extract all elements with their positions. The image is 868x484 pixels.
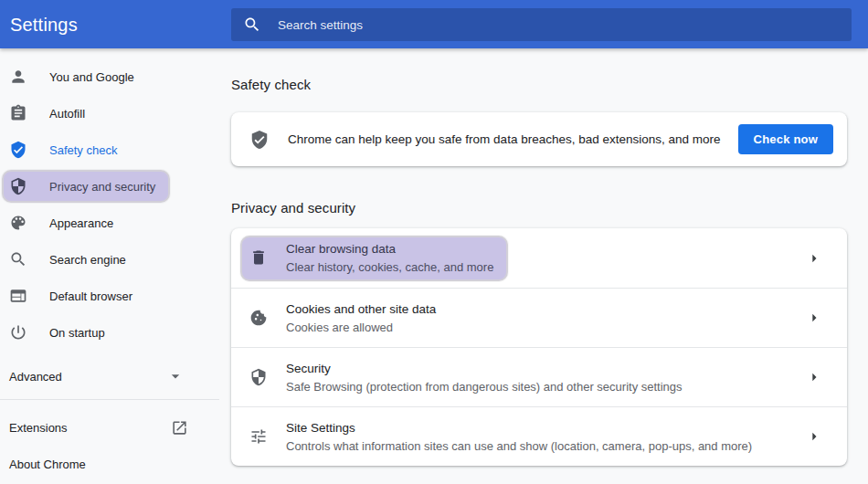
privacy-shield-icon — [9, 177, 27, 195]
external-link-icon — [171, 419, 188, 437]
page-title: Settings — [10, 14, 78, 35]
tune-sliders-icon — [249, 427, 268, 446]
sidebar-item-on-startup[interactable]: On startup — [0, 314, 219, 351]
privacy-card: Clear browsing data Clear history, cooki… — [231, 228, 847, 466]
sidebar-item-search-engine[interactable]: Search engine — [0, 241, 219, 278]
shield-icon — [249, 368, 268, 386]
extensions-label: Extensions — [9, 421, 68, 435]
trash-icon — [249, 248, 268, 267]
sidebar-item-label: Privacy and security — [49, 180, 155, 194]
safety-check-card: Chrome can help keep you safe from data … — [231, 112, 847, 166]
sidebar-item-label: You and Google — [49, 70, 134, 84]
arrow-right-icon — [805, 427, 823, 446]
main-content: Safety check Chrome can help keep you sa… — [231, 48, 847, 466]
row-cookies[interactable]: Cookies and other site data Cookies are … — [231, 288, 847, 347]
row-title: Clear browsing data — [286, 242, 493, 256]
sidebar-item-label: On startup — [49, 326, 105, 340]
row-title: Site Settings — [286, 421, 752, 435]
search-icon — [243, 16, 261, 34]
shield-check-icon — [249, 130, 270, 150]
sidebar-item-extensions[interactable]: Extensions — [0, 409, 219, 446]
sidebar-item-appearance[interactable]: Appearance — [0, 205, 219, 241]
sidebar-item-label: Autofill — [49, 107, 85, 121]
browser-window-icon — [9, 287, 27, 305]
row-subtitle: Safe Browsing (protection from dangerous… — [286, 380, 683, 394]
sidebar-item-safety-check[interactable]: Safety check — [0, 132, 219, 168]
row-security[interactable]: Security Safe Browsing (protection from … — [231, 347, 847, 406]
palette-icon — [9, 214, 27, 232]
sidebar-item-label: Search engine — [49, 253, 126, 267]
row-subtitle: Controls what information sites can use … — [286, 439, 752, 453]
app-header: Settings Search settings — [0, 0, 868, 48]
sidebar: You and Google Autofill Safety check Pri… — [0, 48, 219, 484]
sidebar-item-about-chrome[interactable]: About Chrome — [0, 446, 219, 482]
safety-check-shield-icon — [9, 141, 27, 159]
safety-check-heading: Safety check — [231, 77, 847, 92]
sidebar-divider — [0, 399, 219, 400]
clear-browsing-highlight-pill: Clear browsing data Clear history, cooki… — [240, 236, 508, 281]
search-input[interactable]: Search settings — [231, 8, 852, 41]
sidebar-item-label: Safety check — [49, 143, 117, 157]
row-subtitle: Cookies are allowed — [286, 321, 436, 334]
row-title: Security — [286, 362, 683, 375]
check-now-button[interactable]: Check now — [738, 124, 833, 154]
power-icon — [9, 323, 27, 342]
arrow-right-icon — [805, 249, 823, 268]
sidebar-item-label: Default browser — [49, 289, 132, 303]
autofill-clipboard-icon — [9, 104, 27, 122]
row-clear-browsing-data[interactable]: Clear browsing data Clear history, cooki… — [231, 228, 847, 288]
row-site-settings[interactable]: Site Settings Controls what information … — [231, 406, 847, 466]
search-engine-icon — [9, 250, 27, 268]
sidebar-item-autofill[interactable]: Autofill — [0, 95, 219, 132]
sidebar-item-you-and-google[interactable]: You and Google — [0, 58, 219, 95]
arrow-right-icon — [805, 309, 823, 327]
row-title: Cookies and other site data — [286, 302, 436, 316]
person-icon — [9, 68, 27, 86]
sidebar-item-default-browser[interactable]: Default browser — [0, 278, 219, 314]
cookie-icon — [249, 309, 268, 327]
privacy-heading: Privacy and security — [231, 200, 847, 216]
arrow-right-icon — [805, 368, 823, 386]
search-placeholder: Search settings — [278, 18, 363, 32]
about-chrome-label: About Chrome — [9, 458, 86, 471]
chevron-down-icon — [166, 367, 185, 385]
sidebar-item-privacy-and-security[interactable]: Privacy and security — [0, 168, 219, 205]
sidebar-advanced-toggle[interactable]: Advanced — [0, 358, 219, 395]
advanced-label: Advanced — [9, 370, 62, 384]
safety-check-message: Chrome can help keep you safe from data … — [288, 132, 721, 146]
privacy-highlight-pill: Privacy and security — [2, 170, 170, 203]
row-subtitle: Clear history, cookies, cache, and more — [286, 260, 493, 274]
sidebar-item-label: Appearance — [49, 216, 113, 230]
